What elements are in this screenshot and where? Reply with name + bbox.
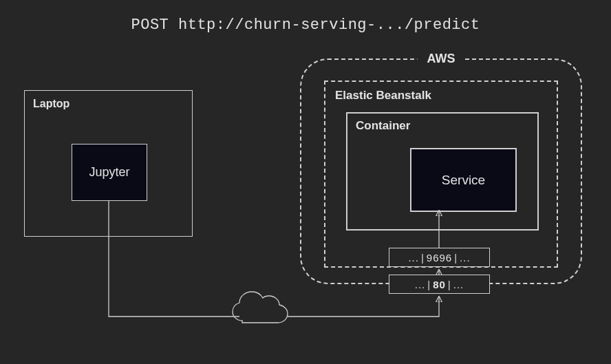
- container-label: Container: [356, 119, 410, 133]
- port-left-ellipsis: ...: [415, 279, 426, 290]
- jupyter-label: Jupyter: [89, 165, 129, 180]
- port-9696-value: 9696: [427, 252, 452, 264]
- elastic-beanstalk-label: Elastic Beanstalk: [335, 89, 431, 103]
- jupyter-box: Jupyter: [72, 144, 147, 201]
- cloud-icon: [233, 292, 288, 323]
- port-right-ellipsis: ...: [453, 279, 464, 290]
- service-label: Service: [442, 173, 485, 188]
- service-box: Service: [410, 148, 517, 212]
- elastic-beanstalk-box: Elastic Beanstalk Container Service: [324, 81, 558, 268]
- port-right-ellipsis: ...: [460, 252, 471, 264]
- port-sep-icon: |: [427, 279, 431, 290]
- container-box: Container Service: [346, 112, 539, 231]
- port-sep-icon: |: [448, 279, 451, 290]
- aws-label: AWS: [417, 52, 464, 66]
- port-sep-icon: |: [421, 252, 425, 264]
- laptop-label: Laptop: [33, 98, 69, 110]
- diagram-title: POST http://churn-serving-.../predict: [0, 17, 611, 34]
- port-80-value: 80: [433, 279, 446, 290]
- port-80: ... | 80 | ...: [389, 275, 490, 294]
- port-left-ellipsis: ...: [408, 252, 419, 264]
- port-sep-icon: |: [454, 252, 458, 264]
- laptop-box: Laptop Jupyter: [24, 90, 193, 237]
- diagram-stage: POST http://churn-serving-.../predict La…: [0, 0, 611, 364]
- port-9696: ... | 9696 | ...: [389, 248, 490, 267]
